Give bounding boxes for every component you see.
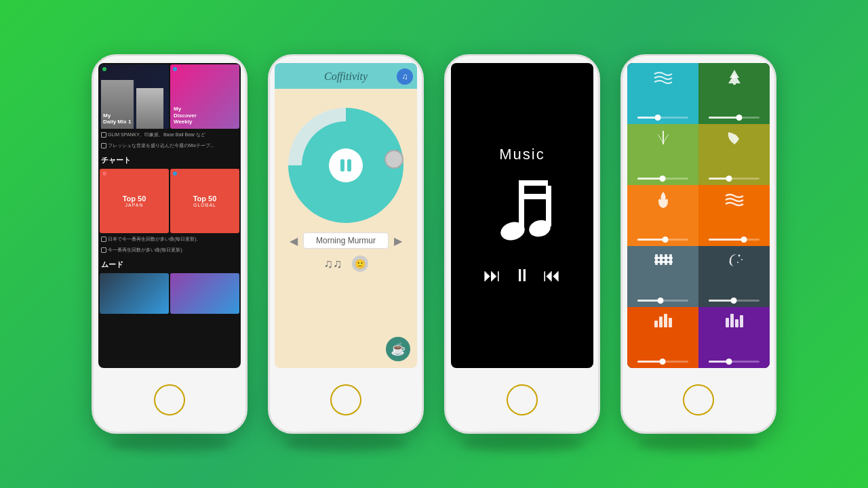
coff-note-icon[interactable]: ♫♫ (324, 257, 342, 271)
card-dot-blue (173, 67, 177, 71)
soundgrid-screen (627, 63, 770, 368)
coffitivity-screen: Coffitivity ♫ + − ◀ (275, 63, 417, 368)
spotify-top-grid: MyDaily Mix 1 MyDiscoverWeekly (98, 63, 241, 130)
chart-sub-2: 今一番再生回数が多い曲(毎日更新). (98, 245, 241, 256)
home-button-3[interactable] (507, 384, 538, 415)
phone-2-coffitivity: Coffitivity ♫ + − ◀ (268, 54, 424, 434)
grass-icon (653, 129, 673, 146)
phone-1-bottom (154, 368, 185, 432)
wind-icon (653, 68, 673, 85)
eq2-slider[interactable] (709, 361, 759, 363)
grass-slider[interactable] (637, 178, 688, 180)
fence-slider-thumb (657, 298, 663, 304)
eq1-slider-fill (637, 361, 663, 363)
sound-tile-fence[interactable] (627, 246, 698, 307)
eq1-slider[interactable] (637, 361, 688, 363)
leaf-slider[interactable] (709, 178, 759, 180)
svg-rect-0 (519, 180, 524, 229)
svg-point-16 (741, 259, 743, 260)
top50-japan-card[interactable]: Top 50 JAPAN (100, 169, 169, 233)
sound-tile-leaf[interactable] (698, 124, 770, 185)
chart-grid: Top 50 JAPAN Top 50 GLOBAL (98, 167, 241, 235)
coff-coffee-fab[interactable]: ☕ (386, 337, 410, 361)
daily-mix-card[interactable]: MyDaily Mix 1 (100, 64, 169, 129)
coffee-emoji-icon: ☕ (391, 342, 406, 357)
phone-4-soundgrid (620, 54, 776, 434)
coff-header: Coffitivity ♫ (275, 63, 417, 89)
svg-rect-18 (654, 321, 658, 327)
coff-inner-circle (302, 121, 390, 209)
home-button-2[interactable] (330, 384, 361, 415)
svg-rect-21 (669, 318, 672, 327)
chart-title: チャート (98, 152, 241, 167)
moon-icon (724, 251, 745, 268)
coff-music-button[interactable]: ♫ (397, 68, 413, 85)
svg-rect-19 (659, 317, 663, 327)
svg-point-17 (737, 262, 738, 263)
chart-icon-2 (101, 247, 106, 253)
skip-forward-button[interactable]: ⏭ (484, 265, 501, 286)
skip-back-button[interactable]: ⏮ (543, 265, 561, 286)
sound-tile-water[interactable] (698, 185, 770, 246)
sound-tile-wind[interactable] (627, 63, 698, 124)
svg-rect-3 (524, 194, 548, 199)
wind-slider[interactable] (637, 117, 688, 119)
daily-mix-label: MyDaily Mix 1 (103, 113, 131, 125)
track-prev-button[interactable]: ◀ (290, 235, 298, 247)
coff-pause-button[interactable] (329, 148, 363, 182)
music-note-icon: ♫ (402, 72, 408, 81)
top50-global-card[interactable]: Top 50 GLOBAL (170, 169, 239, 233)
sound-tile-eq1[interactable] (627, 307, 698, 368)
svg-rect-23 (730, 314, 734, 327)
discover-weekly-card[interactable]: MyDiscoverWeekly (170, 64, 239, 129)
grass-slider-thumb (660, 176, 666, 182)
sound-tile-eq2[interactable] (698, 307, 770, 368)
sound-tile-fire[interactable] (627, 185, 698, 246)
home-button-1[interactable] (154, 384, 185, 415)
pause-button[interactable]: ⏸ (513, 265, 531, 286)
card-dot-green (102, 67, 106, 71)
top50-japan-content: Top 50 JAPAN (100, 169, 169, 233)
eq2-slider-thumb (726, 359, 732, 365)
phone-2-bottom (330, 368, 361, 432)
svg-rect-13 (654, 257, 673, 259)
svg-rect-8 (733, 83, 736, 85)
sound-tile-night[interactable] (698, 246, 770, 307)
wind-slider-thumb (655, 115, 661, 121)
fire-slider-thumb (663, 237, 669, 243)
fire-slider-fill (637, 239, 665, 241)
music-screen: Music ⏭ ⏸ ⏮ (451, 63, 593, 368)
track-name: Morning Murmur (303, 232, 389, 249)
spotify-screen: MyDaily Mix 1 MyDiscoverWeekly GLIM SPAN… (98, 63, 241, 368)
night-slider-fill (709, 300, 734, 302)
svg-rect-25 (740, 315, 743, 327)
forest-slider-thumb (736, 115, 742, 121)
fire-slider[interactable] (637, 239, 688, 241)
sound-tile-forest[interactable] (698, 63, 770, 124)
music-app-title: Music (499, 146, 545, 163)
fence-slider[interactable] (637, 300, 688, 302)
coff-smile-button[interactable]: 🙂 (352, 256, 368, 272)
water-slider[interactable] (709, 239, 759, 241)
mood-card-1[interactable] (100, 273, 169, 314)
phone-3-music: Music ⏭ ⏸ ⏮ (444, 54, 600, 434)
svg-rect-20 (664, 314, 667, 327)
top50-global-content: Top 50 GLOBAL (170, 169, 239, 233)
sub-icon-2 (101, 143, 106, 148)
night-slider-thumb (731, 298, 737, 304)
volume-knob[interactable] (384, 150, 403, 169)
music-controls: ⏭ ⏸ ⏮ (484, 265, 561, 286)
chart-sub-1: 日本で今一番再生回数が多い曲(毎日更新). (98, 235, 241, 245)
forest-slider[interactable] (709, 117, 759, 119)
coff-app-title: Coffitivity (295, 70, 397, 83)
svg-rect-24 (735, 319, 738, 327)
svg-rect-11 (665, 254, 667, 265)
sound-tile-grass[interactable] (627, 124, 698, 185)
home-button-4[interactable] (683, 384, 714, 415)
leaf-icon (724, 129, 745, 146)
track-next-button[interactable]: ▶ (394, 235, 402, 247)
svg-rect-2 (524, 180, 548, 186)
discover-weekly-label: MyDiscoverWeekly (174, 106, 197, 125)
night-slider[interactable] (709, 300, 759, 302)
mood-card-2[interactable] (170, 273, 239, 314)
